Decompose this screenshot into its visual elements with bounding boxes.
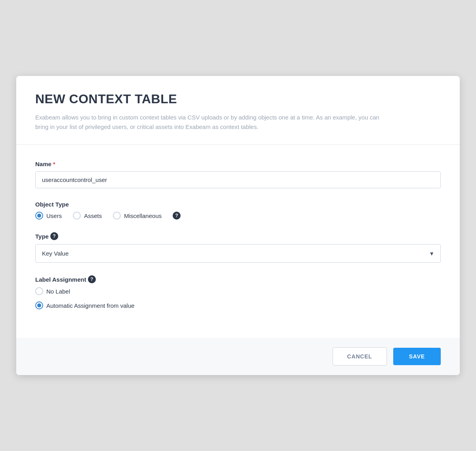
object-type-label: Object Type bbox=[35, 201, 441, 208]
dialog-title: NEW CONTEXT TABLE bbox=[35, 92, 441, 106]
label-assignment-help-icon[interactable]: ? bbox=[88, 275, 96, 283]
dialog-header: NEW CONTEXT TABLE Exabeam allows you to … bbox=[16, 76, 460, 145]
type-form-group: Type ? Key Value Single Value ▼ bbox=[35, 232, 441, 263]
radio-item-users[interactable]: Users bbox=[35, 212, 62, 220]
label-assignment-radio-group: No Label Automatic Assignment from value bbox=[35, 287, 441, 309]
object-type-form-group: Object Type Users Assets Miscellaneous ? bbox=[35, 201, 441, 220]
dialog-footer: CANCEL SAVE bbox=[16, 338, 460, 375]
radio-auto-assign-circle[interactable] bbox=[35, 301, 43, 309]
name-label: Name* bbox=[35, 161, 441, 167]
radio-item-assets[interactable]: Assets bbox=[73, 212, 102, 220]
type-label: Type ? bbox=[35, 232, 441, 240]
required-indicator: * bbox=[53, 161, 55, 167]
radio-auto-assign-label: Automatic Assignment from value bbox=[46, 302, 135, 309]
save-button[interactable]: SAVE bbox=[393, 348, 441, 365]
radio-miscellaneous-label: Miscellaneous bbox=[124, 212, 162, 219]
object-type-help-icon[interactable]: ? bbox=[173, 212, 181, 220]
radio-item-no-label[interactable]: No Label bbox=[35, 287, 441, 295]
cancel-button[interactable]: CANCEL bbox=[333, 347, 387, 366]
dialog-description: Exabeam allows you to bring in custom co… bbox=[35, 113, 392, 132]
radio-miscellaneous-circle[interactable] bbox=[113, 212, 121, 220]
radio-no-label-circle[interactable] bbox=[35, 287, 43, 295]
radio-item-miscellaneous[interactable]: Miscellaneous bbox=[113, 212, 162, 220]
name-input[interactable] bbox=[35, 171, 441, 188]
type-select-wrapper: Key Value Single Value ▼ bbox=[35, 244, 441, 263]
object-type-radio-group: Users Assets Miscellaneous ? bbox=[35, 212, 441, 220]
name-form-group: Name* bbox=[35, 161, 441, 188]
radio-assets-circle[interactable] bbox=[73, 212, 81, 220]
radio-item-auto-assign[interactable]: Automatic Assignment from value bbox=[35, 301, 441, 309]
radio-users-circle[interactable] bbox=[35, 212, 43, 220]
new-context-table-dialog: NEW CONTEXT TABLE Exabeam allows you to … bbox=[16, 76, 460, 375]
type-select[interactable]: Key Value Single Value bbox=[35, 244, 441, 263]
radio-assets-label: Assets bbox=[84, 212, 102, 219]
label-assignment-form-group: Label Assignment ? No Label Automatic As… bbox=[35, 275, 441, 309]
radio-users-label: Users bbox=[46, 212, 62, 219]
label-assignment-label: Label Assignment ? bbox=[35, 275, 441, 283]
type-help-icon[interactable]: ? bbox=[50, 232, 58, 240]
dialog-body: Name* Object Type Users Assets Mi bbox=[16, 145, 460, 338]
radio-no-label-label: No Label bbox=[46, 288, 70, 295]
